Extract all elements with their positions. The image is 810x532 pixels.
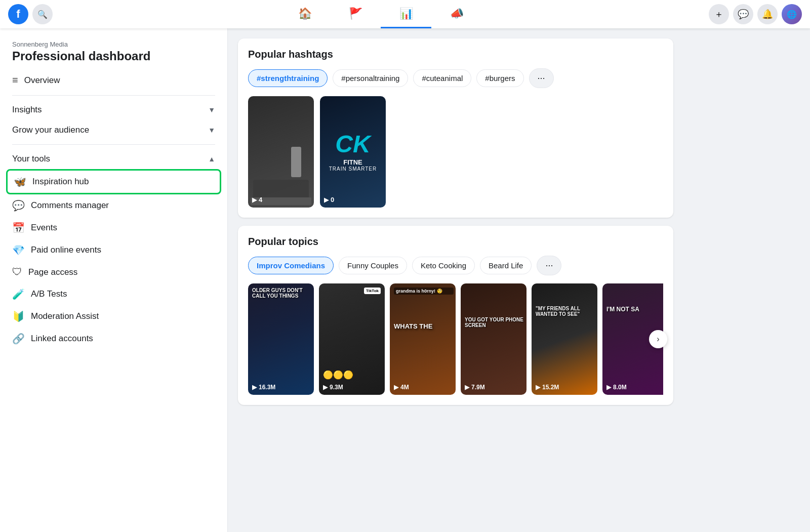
hashtag-pill-1[interactable]: #personaltraining <box>333 69 408 87</box>
play-icon-t3: ▶ <box>465 384 469 391</box>
nav-left: f 🔍 <box>8 4 53 24</box>
profile-avatar-button[interactable]: 🌐 <box>782 4 802 24</box>
sidebar-item-grow-audience[interactable]: Grow your audience ▼ <box>6 120 221 140</box>
topic-stat-2: ▶ 4M <box>394 384 409 391</box>
grow-audience-label: Grow your audience <box>12 125 89 135</box>
sidebar-overview: ≡ Overview <box>6 69 221 91</box>
emoji-overlay: 🟡🟡🟡 <box>323 370 353 380</box>
events-icon: 📅 <box>12 222 25 234</box>
hashtag-pill-2[interactable]: #cuteanimal <box>413 69 471 87</box>
account-header: Sonnenberg Media Professional dashboard <box>6 36 221 65</box>
tiktok-badge: TikTok <box>364 288 381 294</box>
page-access-label: Page access <box>28 267 77 277</box>
main-content: Popular hashtags #strengthtraining #pers… <box>228 28 683 532</box>
topic-stat-4: ▶ 15.2M <box>536 384 559 391</box>
nav-home-button[interactable]: 🏠 <box>279 0 330 28</box>
topic-stat-3: ▶ 7.9M <box>465 384 485 391</box>
video-play-stat-1: ▶ 0 <box>324 196 334 203</box>
nav-center: 🏠 🚩 📊 📣 <box>53 0 709 28</box>
divider-1 <box>12 95 215 96</box>
topic-video-4[interactable]: "MY FRIENDS ALL WANTED TO SEE" ▶ 15.2M <box>532 283 597 395</box>
hashtag-pills-row: #strengthtraining #personaltraining #cut… <box>248 68 663 88</box>
sidebar-item-ab-tests[interactable]: 🧪 A/B Tests <box>6 283 221 305</box>
events-label: Events <box>31 223 57 233</box>
your-tools-chevron: ▲ <box>208 155 215 163</box>
nav-dashboard-button[interactable]: 📊 <box>381 0 431 28</box>
facebook-logo[interactable]: f <box>8 4 28 24</box>
paid-events-label: Paid online events <box>31 245 101 255</box>
nav-ads-button[interactable]: 📣 <box>431 0 482 28</box>
popular-hashtags-card: Popular hashtags #strengthtraining #pers… <box>238 38 673 218</box>
topic-video-0[interactable]: OLDER GUYS DON'T CALL YOU THINGS ▶ 16.3M <box>248 283 314 395</box>
hashtags-section-title: Popular hashtags <box>248 49 663 60</box>
overview-label: Overview <box>24 75 60 86</box>
sidebar-item-comments-manager[interactable]: 💬 Comments manager <box>6 194 221 217</box>
sidebar-item-linked-accounts[interactable]: 🔗 Linked accounts <box>6 328 221 350</box>
top-navigation: f 🔍 🏠 🚩 📊 📣 ＋ 💬 🔔 🌐 <box>0 0 810 28</box>
hashtag-more-pill[interactable]: ··· <box>529 68 554 88</box>
nav-right: ＋ 💬 🔔 🌐 <box>709 4 802 24</box>
hashtag-video-grid: ▶ 4 CK FITNE TRAIN SMARTER ▶ 0 <box>248 96 663 208</box>
topic-stat-5: ▶ 8.0M <box>606 384 627 391</box>
grow-audience-chevron: ▼ <box>208 126 215 134</box>
play-icon-1: ▶ <box>324 196 329 203</box>
your-tools-label: Your tools <box>12 154 50 164</box>
sidebar-item-events[interactable]: 📅 Events <box>6 217 221 239</box>
topics-video-grid: OLDER GUYS DON'T CALL YOU THINGS ▶ 16.3M… <box>248 283 663 395</box>
sidebar-item-overview[interactable]: ≡ Overview <box>6 69 221 91</box>
hashtag-video-0[interactable]: ▶ 4 <box>248 96 314 208</box>
topic-video-1[interactable]: TikTok 🟡🟡🟡 ▶ 9.3M <box>319 283 385 395</box>
video-play-stat-0: ▶ 4 <box>252 196 262 203</box>
topics-video-container: OLDER GUYS DON'T CALL YOU THINGS ▶ 16.3M… <box>248 283 663 395</box>
sidebar-your-tools-header[interactable]: Your tools ▲ <box>6 149 221 169</box>
nav-pages-button[interactable]: 🚩 <box>330 0 381 28</box>
moderation-icon: 🔰 <box>12 310 25 322</box>
ab-tests-label: A/B Tests <box>31 289 67 299</box>
search-button[interactable]: 🔍 <box>32 4 53 24</box>
linked-accounts-label: Linked accounts <box>31 334 93 344</box>
page-title: Professional dashboard <box>12 49 215 63</box>
linked-accounts-icon: 🔗 <box>12 333 25 345</box>
create-button[interactable]: ＋ <box>709 4 729 24</box>
main-layout: Sonnenberg Media Professional dashboard … <box>0 28 810 532</box>
page-access-icon: 🛡 <box>12 266 22 278</box>
sidebar-item-insights[interactable]: Insights ▼ <box>6 100 221 120</box>
topic-video-3[interactable]: YOU GOT YOUR PHONE SCREEN ▶ 7.9M <box>461 283 526 395</box>
inspiration-hub-label: Inspiration hub <box>32 177 89 187</box>
popular-topics-card: Popular topics Improv Comedians Funny Co… <box>238 226 673 405</box>
account-name: Sonnenberg Media <box>12 40 215 48</box>
play-icon-t5: ▶ <box>606 384 611 391</box>
topics-more-pill[interactable]: ··· <box>537 256 561 275</box>
moderation-label: Moderation Assist <box>31 311 99 321</box>
messenger-button[interactable]: 💬 <box>733 4 753 24</box>
hashtag-video-1[interactable]: CK FITNE TRAIN SMARTER ▶ 0 <box>320 96 386 208</box>
notifications-button[interactable]: 🔔 <box>757 4 778 24</box>
hashtag-pill-3[interactable]: #burgers <box>476 69 523 87</box>
topic-stat-1: ▶ 9.3M <box>323 384 343 391</box>
sidebar-item-paid-online-events[interactable]: 💎 Paid online events <box>6 239 221 261</box>
comments-manager-label: Comments manager <box>31 200 109 211</box>
topic-pill-3[interactable]: Beard Life <box>480 257 532 274</box>
topic-pill-1[interactable]: Funny Couples <box>339 257 407 274</box>
next-videos-button[interactable]: › <box>649 330 667 348</box>
topics-section-title: Popular topics <box>248 236 663 248</box>
ck-logo: CK <box>335 132 370 156</box>
inspiration-hub-icon: 🦋 <box>14 176 26 188</box>
sidebar-item-inspiration-hub[interactable]: 🦋 Inspiration hub <box>6 169 221 194</box>
play-icon-0: ▶ <box>252 196 257 203</box>
topic-pill-2[interactable]: Keto Cooking <box>412 257 475 274</box>
overview-icon: ≡ <box>12 74 18 86</box>
sidebar-item-page-access[interactable]: 🛡 Page access <box>6 261 221 283</box>
play-icon-t4: ▶ <box>536 384 540 391</box>
play-icon-t2: ▶ <box>394 384 398 391</box>
hashtag-pill-0[interactable]: #strengthtraining <box>248 69 328 87</box>
play-icon-t1: ▶ <box>323 384 328 391</box>
sidebar: Sonnenberg Media Professional dashboard … <box>0 28 228 532</box>
sidebar-item-moderation-assist[interactable]: 🔰 Moderation Assist <box>6 305 221 328</box>
paid-events-icon: 💎 <box>12 244 25 256</box>
topic-pill-0[interactable]: Improv Comedians <box>248 257 334 274</box>
play-icon-t0: ▶ <box>252 384 257 391</box>
topic-stat-0: ▶ 16.3M <box>252 384 275 391</box>
topic-video-2[interactable]: grandma is h0rny! 🧐 WHATS THE ▶ 4M <box>390 283 456 395</box>
ab-tests-icon: 🧪 <box>12 288 25 300</box>
